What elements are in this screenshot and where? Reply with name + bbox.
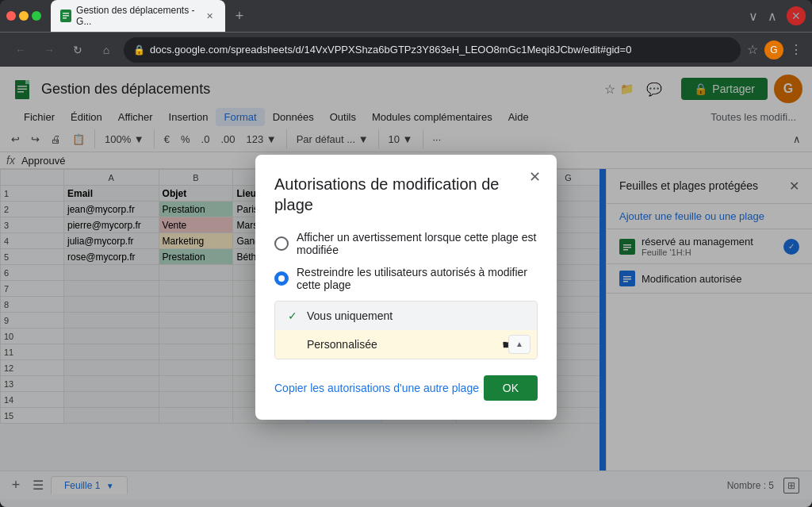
title-bar: Gestion des déplacements - G... ✕ + ∨ ∧ …	[0, 0, 812, 32]
reload-button[interactable]: ↻	[67, 39, 89, 61]
profile-icon[interactable]: G	[764, 40, 783, 60]
lock-icon: 🔒	[133, 44, 145, 56]
window-controls	[6, 11, 41, 21]
maximize-icon[interactable]: ∧	[768, 9, 777, 24]
sheets-tab-icon	[60, 10, 71, 22]
option-2-label: Personnalisée	[307, 338, 377, 351]
modal-close-button[interactable]: ✕	[525, 167, 544, 186]
address-bar-actions: ☆ G ⋮	[747, 40, 802, 60]
tab-bar: Gestion des déplacements - G... ✕ +	[51, 0, 742, 32]
modal-dialog: Autorisations de modification de plage ✕…	[255, 155, 557, 420]
modal-overlay: Autorisations de modification de plage ✕…	[0, 67, 812, 507]
browser-frame: Gestion des déplacements - G... ✕ + ∨ ∧ …	[0, 0, 812, 507]
url-bar[interactable]: 🔒 docs.google.com/spreadsheets/d/14VxVPP…	[124, 37, 741, 63]
check-icon: ✓	[288, 309, 301, 322]
copy-permissions-link[interactable]: Copier les autorisations d'une autre pla…	[274, 382, 479, 394]
minimize-icon[interactable]: ∨	[749, 9, 758, 24]
tab-close-button[interactable]: ✕	[205, 10, 216, 22]
option-personnalisee[interactable]: ✓ Personnalisée ☛ ▲	[275, 330, 537, 359]
radio-1-label: Afficher un avertissement lorsque cette …	[297, 231, 538, 256]
svg-rect-3	[63, 17, 67, 19]
ok-button[interactable]: OK	[484, 375, 538, 401]
modal-title: Autorisations de modification de plage	[274, 174, 538, 215]
home-button[interactable]: ⌂	[95, 39, 117, 61]
dropdown-options-list: ✓ Vous uniquement ✓ Personnalisée ☛ ▲	[274, 301, 538, 359]
radio-1-circle	[274, 236, 289, 251]
radio-2-circle	[274, 271, 289, 286]
modal-footer: Copier les autorisations d'une autre pla…	[274, 375, 538, 401]
url-text: docs.google.com/spreadsheets/d/14VxVPPXS…	[150, 44, 731, 56]
close-icon[interactable]: ✕	[787, 6, 806, 25]
menu-dots-icon[interactable]: ⋮	[790, 42, 802, 57]
chevron-up-icon: ▲	[515, 340, 523, 348]
radio-option-2[interactable]: Restreindre les utilisateurs autorisés à…	[274, 266, 538, 291]
forward-button[interactable]: →	[38, 39, 60, 61]
close-window-button[interactable]	[6, 11, 16, 21]
back-button[interactable]: ←	[10, 39, 32, 61]
option-vous-uniquement[interactable]: ✓ Vous uniquement	[275, 302, 537, 330]
radio-2-label: Restreindre les utilisateurs autorisés à…	[297, 266, 538, 291]
tab-title: Gestion des déplacements - G...	[76, 5, 197, 27]
minimize-window-button[interactable]	[19, 11, 29, 21]
title-bar-controls: ∨ ∧ ✕	[749, 6, 806, 25]
active-tab[interactable]: Gestion des déplacements - G... ✕	[51, 0, 225, 32]
dropdown-arrow-button[interactable]: ▲	[508, 335, 530, 354]
maximize-window-button[interactable]	[32, 11, 41, 21]
new-tab-button[interactable]: +	[228, 5, 251, 27]
svg-rect-1	[63, 13, 69, 14]
radio-option-1[interactable]: Afficher un avertissement lorsque cette …	[274, 231, 538, 256]
option-1-label: Vous uniquement	[307, 309, 393, 322]
svg-rect-2	[63, 15, 69, 17]
bookmark-icon[interactable]: ☆	[747, 42, 758, 57]
permission-dropdown: ✓ Vous uniquement ✓ Personnalisée ☛ ▲	[274, 301, 538, 359]
address-bar: ← → ↻ ⌂ 🔒 docs.google.com/spreadsheets/d…	[0, 32, 812, 67]
browser-content: Gestion des déplacements ☆ 📁 💬 🔒 Partage…	[0, 67, 812, 507]
